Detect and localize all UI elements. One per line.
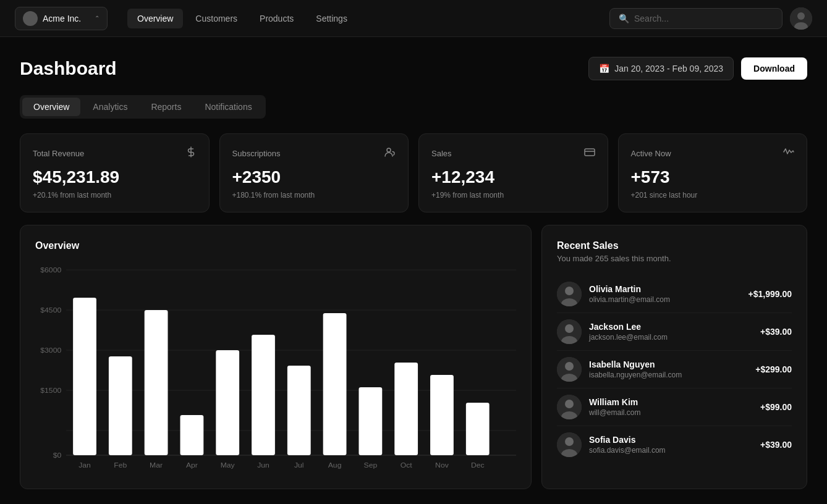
stat-value-sales: +12,234 <box>431 167 595 187</box>
main-content: Dashboard 📅 Jan 20, 2023 - Feb 09, 2023 … <box>0 37 827 504</box>
user-avatar[interactable] <box>790 7 812 30</box>
sale-avatar-olivia <box>557 282 582 306</box>
dashboard-tabs: Overview Analytics Reports Notifications <box>20 95 266 119</box>
svg-point-53 <box>565 437 574 446</box>
svg-rect-22 <box>287 366 311 455</box>
search-input[interactable] <box>634 14 773 23</box>
svg-rect-24 <box>358 387 382 455</box>
stat-label-revenue: Total Revenue <box>33 149 84 158</box>
sale-email: olivia.martin@email.com <box>589 295 741 304</box>
tab-reports[interactable]: Reports <box>140 98 192 116</box>
nav-right: 🔍 <box>609 7 812 30</box>
sale-avatar-isabella <box>557 357 582 382</box>
download-button[interactable]: Download <box>741 57 807 80</box>
calendar-icon: 📅 <box>599 64 609 74</box>
svg-text:Oct: Oct <box>401 461 413 469</box>
nav-links: Overview Customers Products Settings <box>127 9 609 28</box>
brand-selector[interactable]: Acme Inc. ⌃ <box>15 7 108 30</box>
stat-value-revenue: $45,231.89 <box>33 167 197 187</box>
stat-change-subscriptions: +180.1% from last month <box>232 191 396 200</box>
svg-text:Nov: Nov <box>435 461 449 469</box>
svg-point-1 <box>797 12 805 20</box>
sale-email: isabella.nguyen@email.com <box>589 371 748 379</box>
svg-point-3 <box>387 148 391 152</box>
sale-item: Olivia Martin olivia.martin@email.com +$… <box>557 275 792 313</box>
tab-overview[interactable]: Overview <box>22 98 80 116</box>
svg-rect-16 <box>73 298 96 455</box>
svg-rect-23 <box>323 313 347 455</box>
svg-text:Sep: Sep <box>364 461 378 469</box>
date-range-button[interactable]: 📅 Jan 20, 2023 - Feb 09, 2023 <box>588 57 734 80</box>
chart-title: Overview <box>35 240 516 251</box>
sale-amount: +$39.00 <box>760 327 792 337</box>
chevron-down-icon: ⌃ <box>95 15 100 22</box>
sale-info-william: William Kim will@email.com <box>589 397 753 417</box>
top-navigation: Acme Inc. ⌃ Overview Customers Products … <box>0 0 827 37</box>
sale-amount: +$1,999.00 <box>749 289 792 299</box>
recent-sales-subtitle: You made 265 sales this month. <box>557 254 792 263</box>
nav-link-overview[interactable]: Overview <box>127 9 183 28</box>
svg-text:Aug: Aug <box>328 461 342 469</box>
sale-avatar-sofia <box>557 432 582 457</box>
svg-text:Feb: Feb <box>114 461 127 469</box>
svg-text:Mar: Mar <box>150 461 163 469</box>
header-actions: 📅 Jan 20, 2023 - Feb 09, 2023 Download <box>588 57 807 80</box>
sale-info-sofia: Sofia Davis sofia.davis@email.com <box>589 435 753 455</box>
sale-name: Sofia Davis <box>589 435 753 445</box>
card-icon <box>584 146 595 160</box>
svg-point-44 <box>565 324 574 333</box>
svg-point-50 <box>565 400 574 408</box>
svg-text:Jan: Jan <box>78 461 91 469</box>
svg-point-41 <box>565 287 574 295</box>
sale-email: will@email.com <box>589 408 753 417</box>
svg-text:Apr: Apr <box>186 461 198 469</box>
nav-link-customers[interactable]: Customers <box>185 9 247 28</box>
search-icon: 🔍 <box>619 14 629 23</box>
users-icon <box>384 146 396 160</box>
dollar-icon <box>185 146 197 160</box>
svg-text:$3000: $3000 <box>40 346 61 354</box>
tab-notifications[interactable]: Notifications <box>193 98 263 116</box>
sale-email: jackson.lee@email.com <box>589 333 753 342</box>
tab-analytics[interactable]: Analytics <box>82 98 138 116</box>
svg-text:$4500: $4500 <box>40 306 61 314</box>
svg-rect-19 <box>180 415 204 455</box>
nav-link-settings[interactable]: Settings <box>306 9 357 28</box>
svg-rect-21 <box>252 335 275 455</box>
svg-rect-26 <box>430 375 454 455</box>
svg-rect-27 <box>466 403 490 455</box>
stat-label-active: Active Now <box>631 149 671 158</box>
nav-link-products[interactable]: Products <box>250 9 303 28</box>
sale-info-isabella: Isabella Nguyen isabella.nguyen@email.co… <box>589 359 748 379</box>
stat-change-active: +201 since last hour <box>631 191 795 200</box>
overview-chart-card: Overview $6000 $4500 $3000 $1500 $0 <box>20 225 532 489</box>
sale-amount: +$99.00 <box>760 402 792 412</box>
search-box: 🔍 <box>609 8 782 29</box>
svg-text:$6000: $6000 <box>40 266 61 274</box>
sale-amount: +$299.00 <box>755 364 792 374</box>
activity-icon <box>783 146 794 160</box>
sale-item: Jackson Lee jackson.lee@email.com +$39.0… <box>557 313 792 351</box>
svg-text:Dec: Dec <box>471 461 485 469</box>
sale-name: Jackson Lee <box>589 322 753 332</box>
svg-text:Jul: Jul <box>294 461 304 469</box>
stat-card-subscriptions: Subscriptions +2350 +180.1% from last mo… <box>219 133 409 212</box>
page-title: Dashboard <box>20 58 117 79</box>
sale-item: William Kim will@email.com +$99.00 <box>557 388 792 426</box>
stat-value-subscriptions: +2350 <box>232 167 396 187</box>
stat-value-active: +573 <box>631 167 795 187</box>
stat-card-sales: Sales +12,234 +19% from last month <box>418 133 608 212</box>
sale-email: sofia.davis@email.com <box>589 446 753 455</box>
bottom-row: Overview $6000 $4500 $3000 $1500 $0 <box>20 225 807 489</box>
stat-label-subscriptions: Subscriptions <box>232 149 281 158</box>
sale-item: Isabella Nguyen isabella.nguyen@email.co… <box>557 351 792 388</box>
date-range-text: Jan 20, 2023 - Feb 09, 2023 <box>614 64 723 74</box>
svg-text:$0: $0 <box>53 452 62 459</box>
stat-card-revenue: Total Revenue $45,231.89 +20.1% from las… <box>20 133 210 212</box>
chart-area: $6000 $4500 $3000 $1500 $0 <box>35 264 516 474</box>
svg-text:Jun: Jun <box>257 461 269 469</box>
brand-name: Acme Inc. <box>43 14 90 23</box>
recent-sales-card: Recent Sales You made 265 sales this mon… <box>541 225 807 489</box>
svg-text:$1500: $1500 <box>40 387 61 394</box>
recent-sales-title: Recent Sales <box>557 240 792 251</box>
